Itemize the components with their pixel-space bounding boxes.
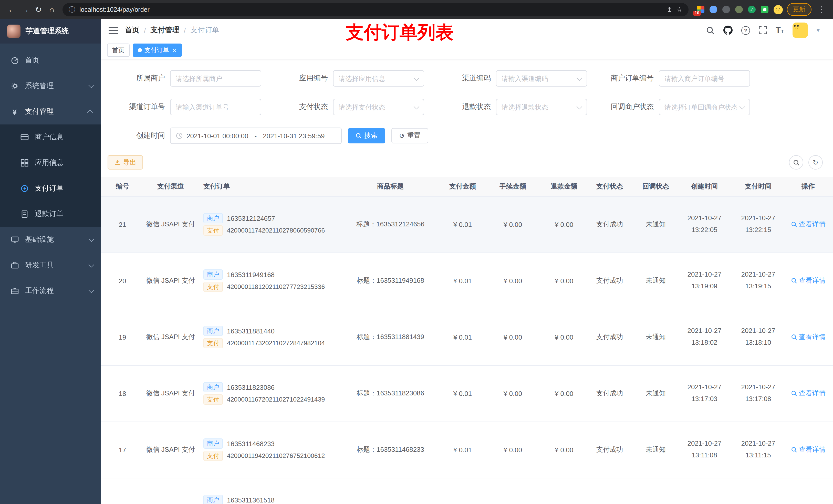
sidebar: 芋道管理系统 首页 系统管理 ¥: [0, 19, 101, 504]
browser-profile-avatar[interactable]: [774, 5, 783, 14]
sidebar-item-refund-order[interactable]: 退款订单: [0, 201, 101, 227]
cell-amount: ¥ 0.01: [444, 309, 481, 365]
header-pay-time: 支付时间: [733, 177, 783, 196]
extension-olive-icon[interactable]: [735, 6, 743, 13]
header-actions: 操作: [783, 177, 833, 196]
filter-label-pay-status: 支付状态: [269, 102, 333, 112]
create-time-range-picker[interactable]: 2021-10-01 00:00:00 - 2021-10-31 23:59:5…: [170, 127, 342, 144]
user-avatar[interactable]: [792, 23, 808, 38]
channel-order-no-input[interactable]: [170, 99, 261, 115]
cell-pay-order: 商户1635311881440 支付4200001173202110272847…: [197, 309, 337, 365]
search-icon[interactable]: [706, 26, 715, 34]
reset-icon: ↺: [399, 132, 405, 140]
breadcrumb-payment[interactable]: 支付管理: [151, 26, 179, 35]
target-icon: [20, 184, 29, 193]
merchant-select[interactable]: [170, 70, 261, 87]
extension-check-icon[interactable]: ✓: [748, 6, 756, 13]
merchant-order-no-field[interactable]: [659, 70, 750, 87]
gear-icon: [10, 82, 19, 90]
cell-create-time: [676, 478, 733, 504]
cell-actions: 查看详情: [783, 365, 833, 422]
cell-channel: 微信 JSAPI 支付: [144, 365, 197, 422]
sidebar-item-home[interactable]: 首页: [0, 48, 101, 73]
merchant-order-no-input[interactable]: [659, 70, 750, 87]
view-detail-link[interactable]: 查看详情: [791, 276, 826, 285]
sidebar-item-dev-tools[interactable]: 研发工具: [0, 253, 101, 278]
sidebar-item-label: 工作流程: [25, 286, 89, 295]
sidebar-item-system[interactable]: 系统管理: [0, 73, 101, 99]
extension-badge: 10: [693, 11, 701, 16]
extension-grid-icon[interactable]: 10: [697, 6, 705, 13]
notify-status-select[interactable]: [659, 99, 750, 115]
merchant-input[interactable]: [170, 70, 261, 87]
export-button[interactable]: 导出: [108, 155, 143, 170]
header-amount: 支付金额: [444, 177, 481, 196]
app-logo[interactable]: 芋道管理系统: [0, 19, 101, 44]
search-button[interactable]: 搜索: [348, 128, 385, 143]
extension-drop-icon[interactable]: [710, 6, 717, 13]
cell-pay-order: 商户1635311361518 支付: [197, 478, 337, 504]
close-icon[interactable]: ×: [173, 47, 176, 53]
reset-button[interactable]: ↺ 重置: [391, 128, 428, 143]
pay-status-input[interactable]: [333, 99, 424, 115]
table-row: 商户1635311361518 支付: [101, 478, 833, 504]
forward-icon[interactable]: →: [19, 5, 32, 14]
font-size-icon[interactable]: [776, 26, 784, 34]
table-header-row: 编号 支付渠道 支付订单 商品标题 支付金额 手续金额 退款金额 支付状态 回调…: [101, 177, 833, 196]
credit-card-icon: [20, 133, 29, 142]
app-input[interactable]: [333, 70, 424, 87]
browser-update-button[interactable]: 更新: [787, 3, 811, 16]
caret-down-icon[interactable]: ▾: [817, 27, 820, 34]
cell-fee: ¥ 0.00: [481, 365, 545, 422]
sidebar-item-payment[interactable]: ¥ 支付管理: [0, 99, 101, 124]
view-detail-link[interactable]: 查看详情: [791, 220, 826, 229]
table-row: 18 微信 JSAPI 支付 商户1635311823086 支付4200001…: [101, 365, 833, 422]
address-bar[interactable]: ⓘ localhost:1024/pay/order ↥ ☆: [63, 3, 689, 16]
channel-order-no-field[interactable]: [170, 99, 261, 115]
view-detail-link[interactable]: 查看详情: [791, 389, 826, 398]
refund-status-input[interactable]: [496, 99, 587, 115]
browser-home-icon[interactable]: ⌂: [45, 5, 58, 14]
view-detail-link[interactable]: 查看详情: [791, 332, 826, 342]
refresh-button[interactable]: ↻: [808, 155, 823, 170]
extension-chat-icon[interactable]: [761, 6, 768, 13]
cell-create-time: 2021-10-27 13:17:03: [676, 365, 733, 422]
cell-channel: 微信 JSAPI 支付: [144, 196, 197, 253]
cell-fee: [481, 478, 545, 504]
hamburger-icon[interactable]: [101, 26, 125, 34]
site-info-icon[interactable]: ⓘ: [69, 5, 75, 14]
breadcrumb-home[interactable]: 首页: [125, 26, 139, 35]
date-start: 2021-10-01 00:00:00: [187, 132, 248, 140]
notify-status-input[interactable]: [659, 99, 750, 115]
share-icon[interactable]: ↥: [667, 6, 672, 13]
sidebar-item-workflow[interactable]: 工作流程: [0, 278, 101, 304]
back-icon[interactable]: ←: [5, 5, 19, 14]
tab-home[interactable]: 首页: [107, 44, 129, 57]
help-icon[interactable]: [741, 26, 750, 34]
browser-menu-icon[interactable]: ⋮: [814, 5, 828, 14]
cell-id: 17: [101, 422, 144, 478]
toggle-search-button[interactable]: [789, 155, 803, 170]
pay-status-select[interactable]: [333, 99, 424, 115]
fullscreen-icon[interactable]: [759, 26, 767, 34]
sidebar-item-infrastructure[interactable]: 基础设施: [0, 227, 101, 253]
app-select[interactable]: [333, 70, 424, 87]
view-detail-link[interactable]: 查看详情: [791, 445, 826, 454]
magnifier-icon: [791, 221, 797, 227]
channel-code-select[interactable]: [496, 70, 587, 87]
sidebar-item-pay-order[interactable]: 支付订单: [0, 176, 101, 201]
sidebar-item-label: 支付管理: [25, 107, 89, 116]
cell-status: 支付成功: [584, 253, 636, 309]
tab-pay-order[interactable]: 支付订单 ×: [133, 44, 182, 57]
github-icon[interactable]: [723, 26, 733, 35]
reload-icon[interactable]: ↻: [32, 5, 45, 14]
sidebar-item-app-info[interactable]: 应用信息: [0, 150, 101, 176]
sidebar-item-merchant-info[interactable]: 商户信息: [0, 124, 101, 150]
cell-amount: ¥ 0.01: [444, 196, 481, 253]
chevron-down-icon: [89, 82, 95, 88]
sidebar-item-label: 支付订单: [35, 184, 93, 193]
channel-code-input[interactable]: [496, 70, 587, 87]
extension-dark-icon[interactable]: [722, 6, 730, 13]
refund-status-select[interactable]: [496, 99, 587, 115]
bookmark-star-icon[interactable]: ☆: [676, 6, 682, 13]
